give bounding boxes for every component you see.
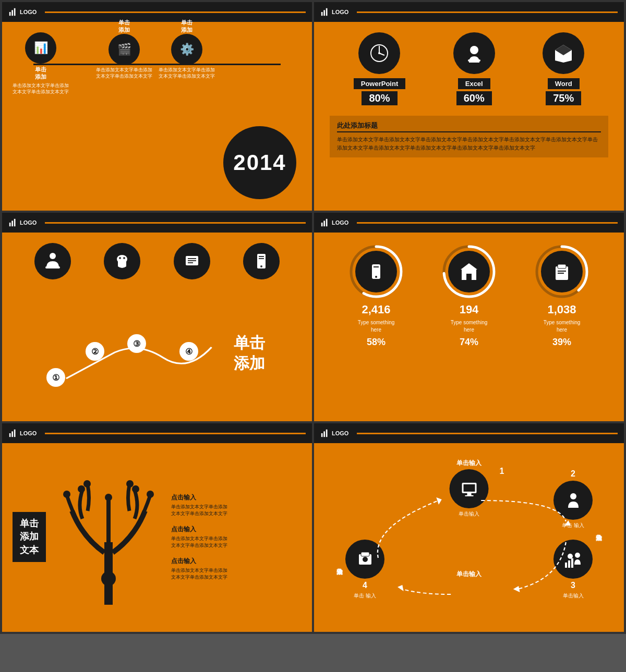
svg-rect-40 bbox=[466, 274, 472, 280]
svg-rect-48 bbox=[11, 431, 13, 437]
monitor-icon bbox=[460, 480, 478, 498]
stat-pct-2: 39% bbox=[552, 337, 571, 348]
tree-points: 点击输入 单击添加文本文字单击添加 文本文字单击添加文本文字 点击输入 单击添加… bbox=[171, 454, 302, 620]
skill-circle-1 bbox=[453, 32, 495, 74]
svg-rect-65 bbox=[467, 493, 471, 495]
svg-point-35 bbox=[375, 276, 377, 278]
logo-2: LOGO bbox=[320, 7, 348, 17]
cycle-circle-2 bbox=[553, 481, 593, 520]
cycle-node-1: 1 单击输入 bbox=[450, 469, 489, 518]
tree-point-1: 点击输入 单击添加文本文字单击添加 文本文字单击添加文本文字 bbox=[171, 525, 302, 549]
panel-6-header: LOGO bbox=[314, 423, 624, 443]
panel-3-header: LOGO bbox=[2, 213, 312, 233]
header-line-6 bbox=[357, 433, 618, 434]
stat-ring-wrap-2 bbox=[533, 243, 591, 300]
svg-rect-11 bbox=[468, 59, 480, 62]
node-circle-2: 🎬 bbox=[109, 34, 140, 65]
svg-point-75 bbox=[363, 557, 368, 562]
clipboard-icon bbox=[552, 262, 571, 281]
svg-rect-66 bbox=[465, 495, 473, 496]
svg-point-68 bbox=[568, 554, 573, 559]
svg-rect-62 bbox=[326, 430, 328, 437]
header-line-4 bbox=[357, 222, 618, 224]
panel-1-header: LOGO bbox=[2, 2, 312, 22]
svg-point-19 bbox=[123, 257, 125, 259]
skill-bar-0: PowerPoint 80% bbox=[354, 78, 406, 105]
header-line-2 bbox=[357, 11, 618, 13]
skill-pct-0: 80% bbox=[362, 91, 397, 105]
svg-rect-29 bbox=[323, 221, 325, 226]
skill-item-0: PowerPoint 80% bbox=[354, 32, 406, 105]
svg-marker-77 bbox=[513, 586, 520, 592]
step-path: ① ② ③ ④ 单击添加 bbox=[18, 290, 296, 394]
node-circle-3: ⚙️ bbox=[171, 34, 202, 65]
cycle-node-3: 3 单击输入 bbox=[553, 540, 593, 600]
cycle-top-label: 单击输入 bbox=[456, 459, 481, 468]
node-label-1: 单击添加 bbox=[35, 66, 46, 81]
tree-point-text-0: 单击添加文本文字单击添加 文本文字单击添加文本文字 bbox=[171, 504, 302, 518]
svg-point-15 bbox=[50, 253, 56, 259]
svg-rect-44 bbox=[558, 264, 566, 268]
svg-rect-60 bbox=[321, 433, 323, 437]
svg-rect-5 bbox=[326, 8, 328, 16]
proc-circle-1 bbox=[104, 243, 140, 279]
cycle-circle-3 bbox=[553, 540, 593, 579]
tree-point-text-1: 单击添加文本文字单击添加 文本文字单击添加文本文字 bbox=[171, 535, 302, 549]
header-line-1 bbox=[45, 11, 306, 13]
year-badge: 2014 bbox=[223, 126, 296, 199]
svg-point-59 bbox=[101, 571, 116, 586]
stat-item-1: 194 Type something here 74% bbox=[440, 243, 498, 348]
skill-name-2: Word bbox=[548, 78, 580, 89]
desc-text: 单击添加文本文字单击添加文本文字单击添加文本文字单击添加文本文字单击添加文本文字… bbox=[337, 136, 601, 152]
skill-name-0: PowerPoint bbox=[354, 78, 406, 89]
svg-point-56 bbox=[132, 485, 139, 493]
stat-ring-wrap-1 bbox=[440, 243, 498, 300]
stat-number-0: 2,416 bbox=[362, 303, 390, 316]
svg-rect-16 bbox=[45, 266, 60, 268]
svg-point-72 bbox=[575, 553, 580, 558]
stat-inner-0 bbox=[355, 251, 397, 292]
svg-point-18 bbox=[119, 257, 121, 259]
logo-6: LOGO bbox=[320, 429, 348, 438]
cycle-label-2: 单击 输入 bbox=[562, 522, 584, 529]
tree-svg bbox=[62, 459, 155, 615]
skill-pct-2: 75% bbox=[546, 91, 581, 105]
svg-rect-45 bbox=[558, 271, 566, 272]
svg-point-9 bbox=[378, 52, 380, 54]
svg-rect-28 bbox=[321, 223, 323, 226]
chart-person-icon bbox=[564, 550, 583, 569]
svg-point-67 bbox=[570, 493, 576, 499]
logo-5: LOGO bbox=[8, 429, 37, 438]
building-icon bbox=[460, 262, 478, 281]
panel-4-header: LOGO bbox=[314, 213, 624, 233]
main-grid: LOGO 📊 单击添加 单击添加文本文字单击添加文本文字单击添加文本文字 单击添… bbox=[0, 0, 626, 634]
process-icons-row bbox=[18, 243, 296, 279]
node-desc-1: 单击添加文本文字单击添加文本文字单击添加文本文字 bbox=[13, 82, 69, 95]
desc-title: 此处添加标题 bbox=[337, 121, 601, 132]
phone-icon bbox=[367, 262, 386, 281]
cycle-num-1: 1 bbox=[500, 467, 504, 476]
step-num-2: ② bbox=[86, 342, 104, 361]
panel-5-content: 单击 添加 文本 bbox=[2, 443, 312, 631]
stat-pct-0: 58% bbox=[367, 337, 386, 348]
svg-rect-23 bbox=[188, 262, 193, 263]
year-text: 2014 bbox=[233, 150, 286, 175]
proc-circle-0 bbox=[34, 243, 71, 279]
logo-3: LOGO bbox=[8, 218, 37, 227]
svg-point-58 bbox=[105, 494, 112, 501]
svg-rect-51 bbox=[104, 542, 113, 573]
cycle-num-3: 3 bbox=[571, 581, 575, 590]
cycle-node-2: 2 单击 输入 bbox=[553, 469, 593, 529]
svg-rect-46 bbox=[558, 273, 564, 274]
click-add-label[interactable]: 单击添加 bbox=[234, 333, 265, 373]
svg-point-57 bbox=[126, 480, 134, 487]
node-label-2-top: 单击添加 bbox=[118, 19, 130, 34]
badge-icon bbox=[356, 550, 375, 569]
stat-inner-1 bbox=[448, 251, 490, 292]
skill-circle-0 bbox=[358, 32, 400, 74]
cycle-node-4: 4 单击 输入 bbox=[345, 540, 384, 600]
svg-rect-4 bbox=[323, 10, 325, 16]
svg-rect-71 bbox=[571, 558, 573, 568]
timeline-node-3: 单击添加 ⚙️ 单击添加文本文字单击添加文本文字单击添加文本文字 bbox=[159, 17, 215, 80]
tree-svg-wrap bbox=[56, 454, 161, 620]
